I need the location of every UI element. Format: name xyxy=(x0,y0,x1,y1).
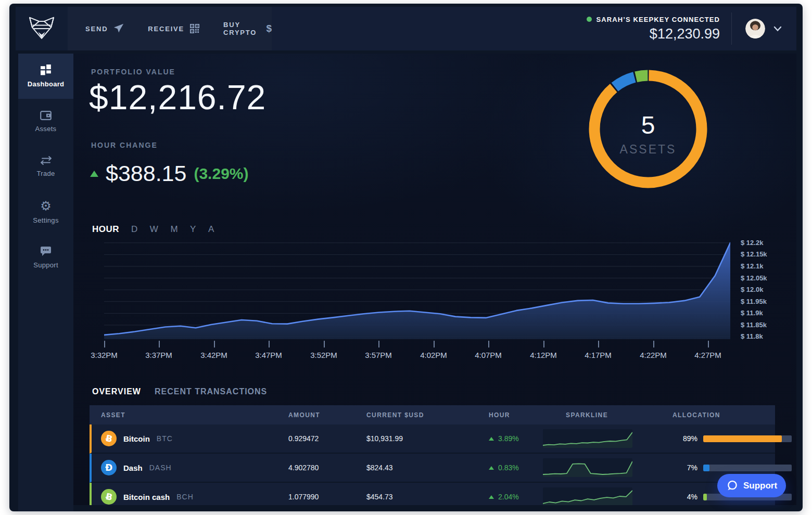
sidebar-item-settings[interactable]: ⚙Settings xyxy=(18,189,73,235)
asset-allocation-cell: 7% xyxy=(673,464,792,472)
header-bar: SENDRECEIVEBUY CRYPTO$ SARAH’S KEEPKEY C… xyxy=(16,7,796,50)
asset-count: 5 xyxy=(586,111,710,139)
asset-current-usd: $10,931.99 xyxy=(366,434,489,443)
sidebar-item-trade[interactable]: Trade xyxy=(18,144,73,189)
shapeshift-logo[interactable] xyxy=(16,7,68,50)
asset-symbol: BTC xyxy=(157,434,173,443)
asset-hour-change: 0.83% xyxy=(498,464,519,472)
x-axis-tick-mark xyxy=(708,341,709,347)
asset-name: Bitcoin cash xyxy=(123,493,170,501)
asset-cell: Ƀ Bitcoin BTC xyxy=(101,431,288,446)
asset-allocation-donut: 5 ASSETS xyxy=(586,67,710,191)
bitcoin-cash-icon: Ƀ xyxy=(101,489,117,505)
asset-amount: 4.902780 xyxy=(288,464,366,472)
x-axis-tick-label: 4:22PM xyxy=(630,351,677,359)
x-axis-tick-mark xyxy=(269,341,270,347)
dashboard-icon xyxy=(41,65,52,75)
allocation-percent: 89% xyxy=(673,434,697,443)
chat-bubble-icon xyxy=(726,480,738,492)
hour-change-percent: (3.29%) xyxy=(194,165,248,183)
y-axis-tick-label: $ 11.8k xyxy=(741,332,763,340)
sidebar-item-dashboard[interactable]: Dashboard xyxy=(18,54,73,99)
allocation-bar xyxy=(703,435,792,442)
sparkline-chart xyxy=(543,487,632,505)
connected-status-dot xyxy=(587,17,592,22)
timeframe-m[interactable]: M xyxy=(170,224,178,235)
support-button[interactable]: Support xyxy=(717,474,786,497)
x-axis-tick-label: 3:42PM xyxy=(191,351,237,359)
x-axis-tick-mark xyxy=(543,341,544,347)
sidebar-item-label: Dashboard xyxy=(28,80,65,88)
asset-hour-change: 3.89% xyxy=(498,434,519,443)
sidebar-item-support[interactable]: Support xyxy=(18,235,73,280)
x-axis-tick-label: 3:37PM xyxy=(135,351,182,359)
header-nav: SENDRECEIVEBUY CRYPTO$ xyxy=(68,7,272,50)
timeframe-hour[interactable]: HOUR xyxy=(92,224,119,235)
nav-send-button[interactable]: SEND xyxy=(85,23,124,34)
up-arrow-icon xyxy=(489,495,494,499)
sidebar: DashboardAssetsTrade⚙SettingsSupport xyxy=(18,54,73,511)
x-axis-tick-label: 3:47PM xyxy=(245,351,292,359)
user-avatar[interactable] xyxy=(745,19,765,38)
sidebar-item-assets[interactable]: Assets xyxy=(18,99,73,144)
y-axis-tick-label: $ 11.95k xyxy=(741,298,767,305)
x-axis-tick-mark xyxy=(598,341,599,347)
nav-label: BUY CRYPTO xyxy=(223,21,260,36)
nav-receive-button[interactable]: RECEIVE xyxy=(148,24,199,33)
tab-recent-transactions[interactable]: RECENT TRANSACTIONS xyxy=(155,387,267,396)
fox-logo-icon xyxy=(27,16,56,42)
donut-center: 5 ASSETS xyxy=(586,67,710,157)
portfolio-value-label: PORTFOLIO VALUE xyxy=(91,68,175,76)
x-axis-tick-label: 4:12PM xyxy=(520,351,567,359)
allocation-bar-fill xyxy=(703,494,707,500)
timeframe-w[interactable]: W xyxy=(150,224,159,235)
qr-code-icon xyxy=(190,24,199,33)
x-axis-tick-label: 3:57PM xyxy=(355,351,402,359)
timeframe-d[interactable]: D xyxy=(131,224,138,235)
nav-label: RECEIVE xyxy=(148,25,184,33)
table-header-row: ASSETAMOUNTCURRENT $USDHOURSPARKLINEALLO… xyxy=(90,405,775,424)
timeframe-y[interactable]: Y xyxy=(190,224,196,235)
asset-name: Dash xyxy=(123,464,143,472)
asset-allocation-cell: 89% xyxy=(673,434,792,443)
sidebar-item-label: Settings xyxy=(33,216,58,224)
table-body: Ƀ Bitcoin BTC 0.929472 $10,931.99 3.89% … xyxy=(90,424,775,505)
main-content: PORTFOLIO VALUE $12,216.72 HOUR CHANGE $… xyxy=(73,54,796,505)
send-icon xyxy=(113,23,124,34)
account-menu-chevron[interactable] xyxy=(773,26,782,32)
wallet-icon xyxy=(40,111,52,120)
x-axis-tick-mark xyxy=(488,341,489,347)
bitcoin-icon: Ƀ xyxy=(101,431,117,446)
column-header-allocation: ALLOCATION xyxy=(673,411,775,419)
asset-row-btc[interactable]: Ƀ Bitcoin BTC 0.929472 $10,931.99 3.89% … xyxy=(90,424,775,454)
asset-current-usd: $454.73 xyxy=(366,493,489,501)
asset-amount: 1.077990 xyxy=(288,493,366,501)
allocation-percent: 7% xyxy=(673,464,697,472)
y-axis-tick-label: $ 12.05k xyxy=(741,274,767,282)
x-axis-tick-label: 4:02PM xyxy=(410,351,457,359)
column-header-current-usd: CURRENT $USD xyxy=(366,411,489,419)
y-axis-tick-label: $ 12.15k xyxy=(741,250,767,258)
y-axis-tick-label: $ 12.2k xyxy=(741,239,763,247)
tab-overview[interactable]: OVERVIEW xyxy=(92,387,141,396)
asset-row-bch[interactable]: Ƀ Bitcoin cash BCH 1.077990 $454.73 2.04… xyxy=(90,483,775,505)
timeframe-a[interactable]: A xyxy=(208,224,214,235)
x-axis-tick-mark xyxy=(324,341,325,347)
x-axis-tick-mark xyxy=(653,341,654,347)
y-axis-tick-label: $ 11.85k xyxy=(741,321,767,329)
asset-row-dash[interactable]: Ð Dash DASH 4.902780 $824.43 0.83% 7% xyxy=(90,454,775,483)
asset-sparkline-cell xyxy=(566,458,673,477)
nav-buy-crypto-button[interactable]: BUY CRYPTO$ xyxy=(223,21,272,36)
app-frame: SENDRECEIVEBUY CRYPTO$ SARAH’S KEEPKEY C… xyxy=(9,4,803,511)
allocation-bar-fill xyxy=(703,465,709,471)
wallet-balance: $12,230.99 xyxy=(587,26,720,42)
asset-symbol: BCH xyxy=(176,493,194,501)
hour-change-label: HOUR CHANGE xyxy=(91,141,158,149)
column-header-sparkline: SPARKLINE xyxy=(566,411,673,419)
overview-tabs: OVERVIEWRECENT TRANSACTIONS xyxy=(92,387,267,396)
asset-sparkline-cell xyxy=(566,487,673,505)
asset-sparkline-cell xyxy=(566,429,673,448)
column-header-hour: HOUR xyxy=(489,411,566,419)
dash-icon: Ð xyxy=(101,460,117,475)
asset-cell: Ð Dash DASH xyxy=(101,460,288,475)
